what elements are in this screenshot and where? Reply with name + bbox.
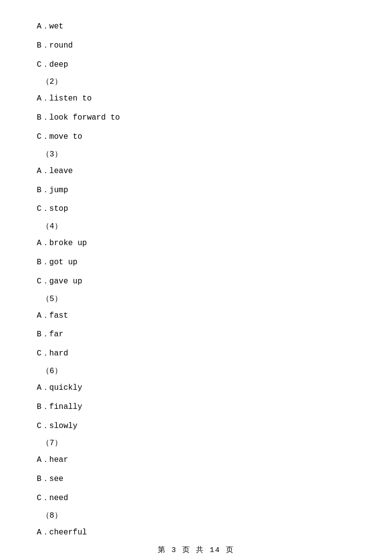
- answer-option: B．far: [37, 328, 355, 342]
- footer-text: 第 3 页 共 14 页: [158, 546, 234, 555]
- answer-option: A．fast: [37, 309, 355, 323]
- answer-option: B．finally: [37, 400, 355, 414]
- answer-option: A．cheerful: [37, 526, 355, 540]
- answer-option: B．see: [37, 472, 355, 486]
- section-number: （2）: [37, 76, 355, 87]
- main-content: A．wetB．roundC．deep（2）A．listen toB．look f…: [0, 0, 392, 555]
- answer-option: A．listen to: [37, 92, 355, 106]
- answer-option: C．slowly: [37, 419, 355, 433]
- section-number: （8）: [37, 510, 355, 521]
- answer-option: C．move to: [37, 130, 355, 144]
- answer-option: C．hard: [37, 347, 355, 361]
- answer-option: A．broke up: [37, 236, 355, 251]
- answer-option: B．got up: [37, 255, 355, 270]
- section-number: （7）: [37, 438, 355, 448]
- answer-option: B．look forward to: [37, 111, 355, 125]
- answer-option: B．round: [37, 39, 355, 53]
- answer-option: C．deep: [37, 58, 355, 72]
- answer-option: A．hear: [37, 453, 355, 467]
- answer-option: B．jump: [37, 183, 355, 198]
- answer-option: C．need: [37, 491, 355, 505]
- page-footer: 第 3 页 共 14 页: [0, 545, 392, 555]
- answer-option: C．stop: [37, 202, 355, 216]
- section-number: （3）: [37, 149, 355, 159]
- answer-option: A．quickly: [37, 381, 355, 395]
- section-number: （4）: [37, 221, 355, 231]
- section-number: （6）: [37, 366, 355, 376]
- answer-option: A．leave: [37, 164, 355, 178]
- section-number: （5）: [37, 294, 355, 304]
- answer-option: C．gave up: [37, 275, 355, 289]
- answer-option: A．wet: [37, 20, 355, 34]
